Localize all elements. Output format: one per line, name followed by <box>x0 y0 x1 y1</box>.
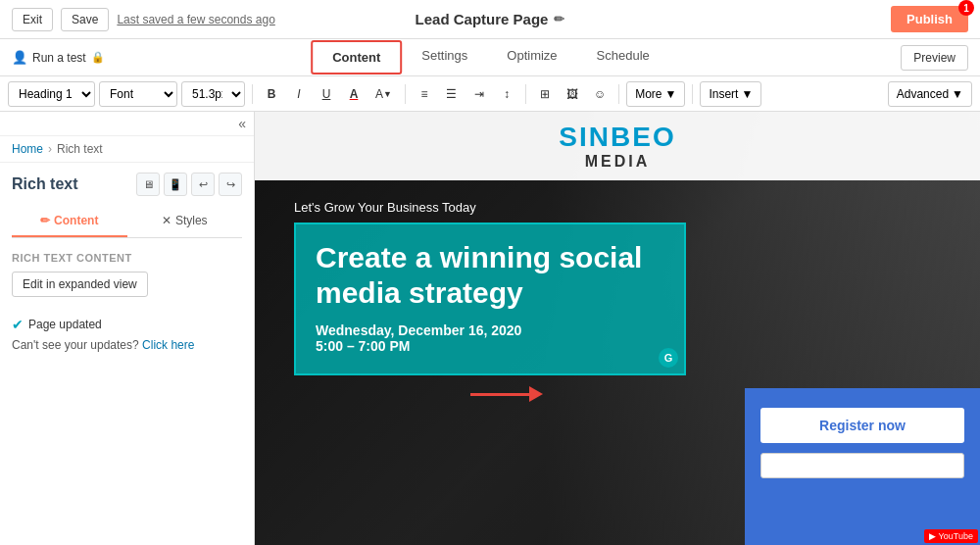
page-title: Lead Capture Page <box>416 11 549 27</box>
underline-button[interactable]: U <box>315 81 338 107</box>
logo-bottom: MEDIA <box>559 153 675 171</box>
canvas-inner: SINBEO MEDIA Let's Grow Your Business To… <box>255 112 980 545</box>
italic-button[interactable]: I <box>287 81 311 107</box>
top-bar-right: Publish 1 <box>891 6 968 32</box>
sidebar-tab-content[interactable]: ✏ Content <box>12 206 127 237</box>
edit-title-icon[interactable]: ✏ <box>554 12 564 26</box>
exit-button[interactable]: Exit <box>12 8 53 31</box>
tab-schedule[interactable]: Schedule <box>577 40 669 74</box>
toolbar-separator-1 <box>252 84 253 104</box>
register-input[interactable] <box>760 453 964 478</box>
content-tab-icon: ✏ <box>40 214 50 227</box>
click-here-link[interactable]: Click here <box>142 338 194 352</box>
undo-button[interactable]: ↩ <box>191 173 215 196</box>
check-icon: ✔ <box>12 317 24 332</box>
arrow-indicator <box>470 386 543 402</box>
insert-button[interactable]: Insert ▼ <box>700 81 761 107</box>
hero-tagline: Let's Grow Your Business Today <box>294 200 686 215</box>
page-updated-row: ✔ Page updated <box>12 317 242 332</box>
register-button[interactable]: Register now <box>760 408 964 443</box>
edit-expanded-button[interactable]: Edit in expanded view <box>12 272 148 297</box>
cant-see-row: Can't see your updates? Click here <box>12 338 242 352</box>
redo-button[interactable]: ↪ <box>219 173 242 196</box>
save-button[interactable]: Save <box>61 8 109 31</box>
font-size-select[interactable]: 51.3px <box>181 81 245 107</box>
arrow-line <box>470 393 529 396</box>
publish-badge: 1 <box>958 0 974 16</box>
hero-time: 5:00 – 7:00 PM <box>316 338 664 354</box>
sidebar-header: Rich text 🖥 📱 ↩ ↪ <box>0 163 254 202</box>
nav-tabs: Content Settings Optimize Schedule <box>311 40 669 74</box>
desktop-view-button[interactable]: 🖥 <box>136 173 160 196</box>
arrow-head <box>529 386 543 402</box>
hero-text-box[interactable]: Create a winning social media strategy W… <box>294 223 686 375</box>
more-button[interactable]: More ▼ <box>626 81 685 107</box>
bold-button[interactable]: B <box>260 81 283 107</box>
sidebar-tab-styles[interactable]: ✕ Styles <box>127 206 243 237</box>
sidebar-content: Rich text content Edit in expanded view … <box>0 238 254 545</box>
youtube-badge: ▶ YouTube <box>924 529 978 543</box>
advanced-button[interactable]: Advanced ▼ <box>888 81 972 107</box>
sidebar-tabs: ✏ Content ✕ Styles <box>12 206 242 238</box>
hero-heading: Create a winning social media strategy <box>316 240 664 311</box>
breadcrumb-current: Rich text <box>57 142 103 156</box>
align-button[interactable]: ≡ <box>413 81 436 107</box>
toolbar-separator-2 <box>405 84 406 104</box>
run-test[interactable]: 👤 Run a test 🔒 <box>12 50 105 65</box>
breadcrumb-home[interactable]: Home <box>12 142 43 156</box>
toolbar-separator-4 <box>618 84 619 104</box>
image-button[interactable]: 🖼 <box>561 81 584 107</box>
page-updated-label: Page updated <box>28 318 102 331</box>
breadcrumb: Home › Rich text <box>0 136 254 163</box>
sidebar-title: Rich text <box>12 175 128 193</box>
sidebar-icons: 🖥 📱 ↩ ↪ <box>136 173 242 196</box>
toolbar-separator-5 <box>692 84 693 104</box>
logo: SINBEO MEDIA <box>559 122 675 171</box>
page-title-area: Lead Capture Page ✏ <box>416 11 565 27</box>
mobile-view-button[interactable]: 📱 <box>164 173 187 196</box>
last-saved-text: Last saved a few seconds ago <box>117 13 274 26</box>
main-layout: « Home › Rich text Rich text 🖥 📱 ↩ ↪ ✏ C… <box>0 112 980 545</box>
grammarly-icon: G <box>659 348 678 368</box>
heading-select[interactable]: Heading 1 <box>8 81 95 107</box>
lock-icon: 🔒 <box>91 51 105 64</box>
toolbar: Heading 1 Font 51.3px B I U A A▼ ≡ ☰ ⇥ ↕… <box>0 76 980 112</box>
canvas-area[interactable]: SINBEO MEDIA Let's Grow Your Business To… <box>255 112 980 545</box>
hero-content: Let's Grow Your Business Today Create a … <box>294 200 686 375</box>
text-color-button[interactable]: A <box>342 81 366 107</box>
breadcrumb-separator: › <box>48 142 52 156</box>
hero-section: SINBEO MEDIA Let's Grow Your Business To… <box>255 112 980 545</box>
register-box: Register now <box>745 388 980 545</box>
emoji-button[interactable]: ☺ <box>588 81 612 107</box>
logo-top: SINBEO <box>559 122 675 153</box>
hero-date: Wednesday, December 16, 2020 <box>316 322 664 338</box>
line-height-button[interactable]: ↕ <box>495 81 518 107</box>
table-button[interactable]: ⊞ <box>533 81 557 107</box>
collapse-row: « <box>0 112 254 136</box>
font-select[interactable]: Font <box>99 81 177 107</box>
nav-bar: 👤 Run a test 🔒 Content Settings Optimize… <box>0 39 980 76</box>
indent-button[interactable]: ⇥ <box>467 81 491 107</box>
toolbar-separator-3 <box>525 84 526 104</box>
list-button[interactable]: ☰ <box>440 81 464 107</box>
highlight-button[interactable]: A▼ <box>369 81 398 107</box>
publish-button[interactable]: Publish 1 <box>891 6 968 32</box>
user-icon: 👤 <box>12 50 27 65</box>
logo-bar: SINBEO MEDIA <box>255 112 980 180</box>
preview-button[interactable]: Preview <box>901 45 968 71</box>
sidebar: « Home › Rich text Rich text 🖥 📱 ↩ ↪ ✏ C… <box>0 112 255 545</box>
top-bar-left: Exit Save Last saved a few seconds ago <box>12 8 275 31</box>
tab-settings[interactable]: Settings <box>402 40 487 74</box>
content-section-label: Rich text content <box>12 252 242 264</box>
run-test-label: Run a test <box>32 51 86 65</box>
tab-optimize[interactable]: Optimize <box>487 40 576 74</box>
styles-tab-icon: ✕ <box>162 214 172 227</box>
top-bar: Exit Save Last saved a few seconds ago L… <box>0 0 980 39</box>
collapse-button[interactable]: « <box>238 116 246 131</box>
tab-content[interactable]: Content <box>311 40 402 74</box>
page-preview: SINBEO MEDIA Let's Grow Your Business To… <box>255 112 980 545</box>
